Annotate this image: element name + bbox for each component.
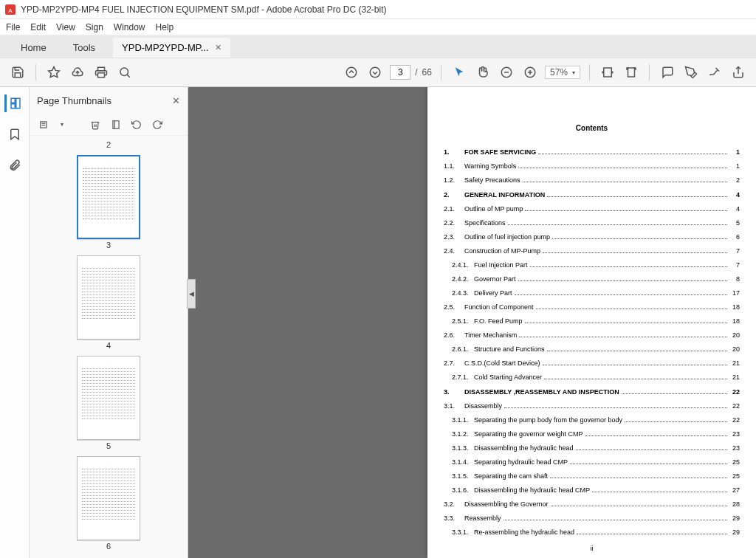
tabbar: Home Tools YPD-MP2YPD-MP... ✕ [0,35,756,58]
bookmark-rail-icon[interactable] [6,125,24,143]
thumbnail-page[interactable]: ·5 [30,356,188,450]
window-title: YPD-MP2YPD-MP4 FUEL INJECTION EQUIPMENT … [21,4,386,15]
toc-row: 3.1.5.Separating the cam shaft25 [444,472,740,480]
selection-tool-icon[interactable] [450,63,468,81]
thumbnail-page[interactable]: ·4 [30,255,188,350]
svg-text:A: A [8,7,13,14]
svg-rect-4 [98,67,105,71]
pdf-page: Contents 1.FOR SAFE SERVICING11.1.Warnin… [427,87,756,558]
comment-icon[interactable] [659,63,676,81]
toc-row: 2.4.1.Fuel Injection Part7 [444,261,740,269]
thumbnails-toolbar: ▾ [30,114,188,136]
toc-row: 3.1.4.Separating hydraulic head CMP25 [444,458,740,466]
menu-file[interactable]: File [6,22,20,32]
tab-home[interactable]: Home [7,38,60,58]
thumbnail-label: 5 [30,441,188,450]
toc-row: 2.6.Timer Mechanism20 [444,331,740,339]
toc-row: 2.7.1.Cold Starting Advancer21 [444,373,740,381]
zoom-in-icon[interactable] [521,63,539,81]
chevron-down-icon[interactable]: ▾ [61,121,63,128]
toc-row: 3.1.6.Disassembling the hydraulic head C… [444,486,740,494]
tab-document-label: YPD-MP2YPD-MP... [122,42,209,53]
thumbnail-page[interactable]: ·3 [30,155,188,249]
cloud-upload-icon[interactable] [69,63,86,81]
print-icon[interactable] [92,63,110,81]
page-current-input[interactable] [390,65,410,80]
contents-heading: Contents [444,124,740,132]
attachment-rail-icon[interactable] [6,156,24,174]
left-rail [0,87,30,558]
document-area[interactable]: Contents 1.FOR SAFE SERVICING11.1.Warnin… [188,87,756,558]
thumbnail-label: 4 [30,341,188,350]
thumbnail-label: 3 [30,241,188,249]
svg-point-5 [120,68,128,76]
tab-tools[interactable]: Tools [60,38,109,58]
close-icon[interactable]: ✕ [215,43,221,52]
tab-document[interactable]: YPD-MP2YPD-MP... ✕ [113,38,230,58]
toc-row: 3.2.Disassembling the Governor28 [444,500,740,508]
highlight-icon[interactable] [682,63,700,81]
toc-row: 3.1.3.Disassembling the hydraulic head23 [444,444,740,452]
close-panel-icon[interactable]: ✕ [172,95,180,106]
search-icon[interactable] [116,63,134,81]
options-icon[interactable] [38,120,50,130]
toolbar: / 66 57% ▾ [0,58,756,87]
star-icon[interactable] [45,63,63,81]
toc-row: 3.1.Disassembly22 [444,402,740,410]
toc-row: 2.2.Specifications5 [444,219,740,227]
svg-rect-17 [11,98,15,103]
share-icon[interactable] [729,63,747,81]
window-titlebar: A YPD-MP2YPD-MP4 FUEL INJECTION EQUIPMEN… [0,0,756,19]
menu-edit[interactable]: Edit [30,22,46,32]
thumbnail-label: 6 [30,542,188,551]
main-area: Page Thumbnails ✕ ▾ 2 ·3·4·5·6 ◀ Content… [0,87,756,558]
svg-rect-3 [98,73,105,78]
page-indicator: / 66 [390,65,432,80]
svg-line-6 [127,75,130,78]
toc-row: 1.1.Warning Symbols1 [444,162,740,170]
collapse-handle[interactable]: ◀ [187,279,196,309]
toc-row: 2.1.Outline of MP pump4 [444,205,740,213]
zoom-select[interactable]: 57% ▾ [545,66,580,79]
toc-row: 2.7.C.S.D.(Cold Start Device)21 [444,359,740,367]
rotate-cw-icon[interactable] [152,120,162,130]
menu-sign[interactable]: Sign [86,22,103,32]
toc-row: 2.4.2.Governor Part8 [444,275,740,283]
zoom-value: 57% [550,67,568,78]
thumbnails-panel: Page Thumbnails ✕ ▾ 2 ·3·4·5·6 [30,87,188,558]
svg-rect-15 [628,68,635,77]
chevron-down-icon: ▾ [572,69,575,76]
page-up-icon[interactable] [343,63,360,81]
fit-width-icon[interactable] [599,63,616,81]
toc-row: 3.3.1.Re-assembling the hydraulic head29 [444,528,740,536]
thumbnails-rail-icon[interactable] [4,94,22,112]
rotate-ccw-icon[interactable] [131,120,142,130]
toc-row: 2.5.1.F.O. Feed Pump18 [444,317,740,325]
toc-row: 1.FOR SAFE SERVICING1 [444,148,740,156]
page-down-icon[interactable] [366,63,384,81]
sign-icon[interactable] [706,63,724,81]
menu-help[interactable]: Help [156,22,174,32]
svg-point-8 [371,67,381,78]
toc-row: 2.GENERAL INFORMATION4 [444,191,740,199]
page-sep: / [415,67,417,78]
insert-icon[interactable] [111,120,121,130]
thumbnails-list[interactable]: 2 ·3·4·5·6 [30,136,188,558]
toc-row: 2.6.1.Structure and Functions20 [444,345,740,353]
thumb-prelabel: 2 [30,140,188,149]
toc-row: 1.2.Safety Precautions2 [444,176,740,184]
svg-rect-23 [113,120,119,128]
toc-row: 3.DISASSEMBLY ,REASSEMBLY AND INSPECTION… [444,388,740,396]
thumbnail-page[interactable]: ·6 [30,456,188,551]
svg-point-7 [347,67,357,78]
menu-view[interactable]: View [56,22,75,32]
hand-tool-icon[interactable] [474,63,492,81]
menu-window[interactable]: Window [114,22,145,32]
trash-icon[interactable] [90,120,100,130]
save-icon[interactable] [9,63,27,81]
fit-page-icon[interactable] [622,63,640,81]
svg-rect-18 [11,104,15,108]
toc-row: 2.5.Function of Component18 [444,303,740,311]
thumbnails-header: Page Thumbnails ✕ [30,87,188,114]
zoom-out-icon[interactable] [498,63,515,81]
